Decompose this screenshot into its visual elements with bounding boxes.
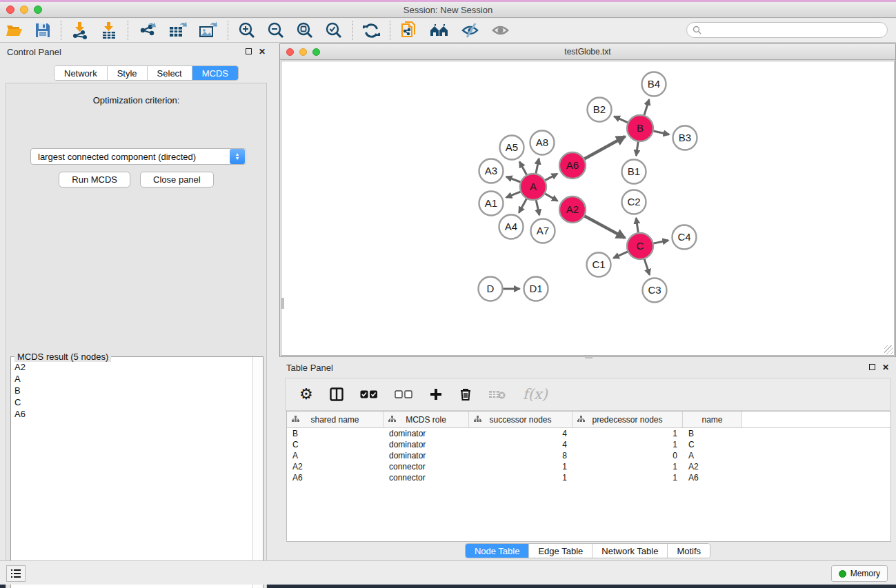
cell[interactable]: 4 xyxy=(469,440,573,449)
cell[interactable]: 1 xyxy=(573,429,683,438)
network-window-titlebar[interactable]: testGlobe.txt xyxy=(280,44,895,60)
cell[interactable]: A xyxy=(683,451,742,460)
hide-selected-button[interactable] xyxy=(455,20,486,41)
column-header-successor-nodes[interactable]: successor nodes xyxy=(469,412,573,427)
export-table-button[interactable] xyxy=(163,20,193,41)
memory-button[interactable]: Memory xyxy=(831,565,888,582)
cell[interactable]: 1 xyxy=(469,462,573,472)
edge-A-A1[interactable] xyxy=(506,191,522,197)
new-network-from-selection-button[interactable] xyxy=(395,20,424,41)
cell[interactable]: C xyxy=(683,440,742,449)
cell[interactable]: 1 xyxy=(573,462,683,472)
cell[interactable]: 1 xyxy=(573,440,683,449)
cell[interactable]: B xyxy=(287,429,384,438)
edge-B-B2[interactable] xyxy=(614,116,629,123)
edge-A-A4[interactable] xyxy=(519,197,527,213)
cell[interactable]: C xyxy=(287,440,384,449)
table-row[interactable]: Cdominator41C xyxy=(287,439,890,450)
cell[interactable]: A6 xyxy=(287,473,384,483)
edge-A-A3[interactable] xyxy=(506,176,522,183)
refresh-button[interactable] xyxy=(357,20,386,41)
mcds-result-item[interactable]: B xyxy=(12,385,252,396)
network-canvas[interactable]: B4B2BB3A5A8A6B1A3AA1C2A2A4A7C4CC1C3DD1 xyxy=(281,61,895,356)
cell[interactable]: A xyxy=(287,451,384,460)
cell[interactable]: A2 xyxy=(287,462,384,472)
optimization-criterion-select[interactable]: largest connected component (directed) ▲… xyxy=(30,148,246,165)
search-field[interactable] xyxy=(686,22,888,38)
mcds-result-item[interactable]: A2 xyxy=(12,361,252,373)
tab-style[interactable]: Style xyxy=(108,66,148,80)
float-panel-icon[interactable] xyxy=(246,48,252,56)
cell[interactable]: B xyxy=(683,429,742,438)
table-row[interactable]: Bdominator41B xyxy=(287,428,890,439)
deselect-all-columns-button[interactable] xyxy=(395,390,412,399)
table-row[interactable]: A2connector11A2 xyxy=(287,461,890,472)
canvas-vscroll-thumb[interactable] xyxy=(281,298,284,309)
mcds-result-item[interactable]: A6 xyxy=(12,408,252,420)
zoom-fit-button[interactable] xyxy=(290,20,319,41)
edge-A6-B[interactable] xyxy=(583,136,625,160)
delete-table-button[interactable] xyxy=(488,389,506,400)
zoom-selected-button[interactable] xyxy=(319,20,348,41)
cell[interactable]: dominator xyxy=(384,451,469,460)
open-file-button[interactable] xyxy=(0,20,29,41)
close-panel-icon[interactable]: ✕ xyxy=(259,48,266,56)
mcds-result-list[interactable]: A2ABCA6 xyxy=(12,361,252,588)
cell[interactable]: A6 xyxy=(683,473,742,483)
tab-mcds[interactable]: MCDS xyxy=(192,66,238,80)
cell[interactable]: 1 xyxy=(469,473,573,483)
export-image-button[interactable] xyxy=(193,20,223,41)
column-header-name[interactable]: name xyxy=(683,412,742,427)
result-scrollbar[interactable] xyxy=(252,357,263,588)
search-input[interactable] xyxy=(705,24,887,37)
delete-column-button[interactable] xyxy=(459,387,472,401)
column-header-predecessor-nodes[interactable]: predecessor nodes xyxy=(573,412,683,427)
close-panel-button[interactable]: Close panel xyxy=(140,172,214,187)
edge-A-A7[interactable] xyxy=(536,199,539,215)
column-header-shared-name[interactable]: shared name xyxy=(287,412,384,427)
edge-A2-C[interactable] xyxy=(583,215,625,238)
edge-A-A8[interactable] xyxy=(535,159,539,175)
cell[interactable]: connector xyxy=(384,473,469,483)
zoom-out-button[interactable] xyxy=(261,20,290,41)
show-panels-list-button[interactable] xyxy=(6,565,26,582)
tab-node-table[interactable]: Node Table xyxy=(466,544,530,558)
column-visibility-button[interactable] xyxy=(330,387,344,401)
save-session-button[interactable] xyxy=(29,20,57,41)
tab-network-table[interactable]: Network Table xyxy=(593,544,668,558)
show-all-button[interactable] xyxy=(486,20,516,41)
cell[interactable]: connector xyxy=(384,462,469,472)
add-column-button[interactable] xyxy=(429,387,443,401)
edge-A-A6[interactable] xyxy=(544,174,557,181)
cell[interactable]: 1 xyxy=(573,473,683,483)
edge-C-C4[interactable] xyxy=(652,241,668,244)
cell[interactable]: 4 xyxy=(469,429,573,438)
cell[interactable]: 0 xyxy=(573,451,683,460)
run-mcds-button[interactable]: Run MCDS xyxy=(59,172,130,187)
cell[interactable]: dominator xyxy=(384,429,469,438)
tab-edge-table[interactable]: Edge Table xyxy=(529,544,593,558)
edge-A-A5[interactable] xyxy=(519,162,528,176)
edge-A-A2[interactable] xyxy=(544,193,558,201)
function-builder-button[interactable]: f(x) xyxy=(523,386,548,403)
import-table-button[interactable] xyxy=(94,20,123,41)
zoom-in-button[interactable] xyxy=(232,20,261,41)
settings-gear-button[interactable]: ⚙ xyxy=(299,387,313,402)
select-all-columns-button[interactable] xyxy=(360,390,378,399)
window-resize-grip[interactable] xyxy=(884,345,893,354)
node-table[interactable]: shared nameMCDS rolesuccessor nodesprede… xyxy=(286,411,891,542)
network-graph[interactable]: B4B2BB3A5A8A6B1A3AA1C2A2A4A7C4CC1C3DD1 xyxy=(281,61,894,355)
tab-select[interactable]: Select xyxy=(148,66,192,80)
tab-motifs[interactable]: Motifs xyxy=(668,544,710,558)
import-network-button[interactable] xyxy=(66,20,94,41)
edge-B-B4[interactable] xyxy=(644,99,649,116)
cell[interactable]: 8 xyxy=(469,451,573,460)
edge-B-B1[interactable] xyxy=(636,140,638,156)
table-row[interactable]: A6connector11A6 xyxy=(287,472,890,483)
mcds-result-item[interactable]: A xyxy=(12,373,252,385)
tab-network[interactable]: Network xyxy=(54,66,108,80)
edge-B-B3[interactable] xyxy=(652,131,669,134)
edge-C-C1[interactable] xyxy=(613,251,629,258)
close-table-panel-icon[interactable]: ✕ xyxy=(882,363,889,372)
table-row[interactable]: Adominator80A xyxy=(287,450,890,461)
